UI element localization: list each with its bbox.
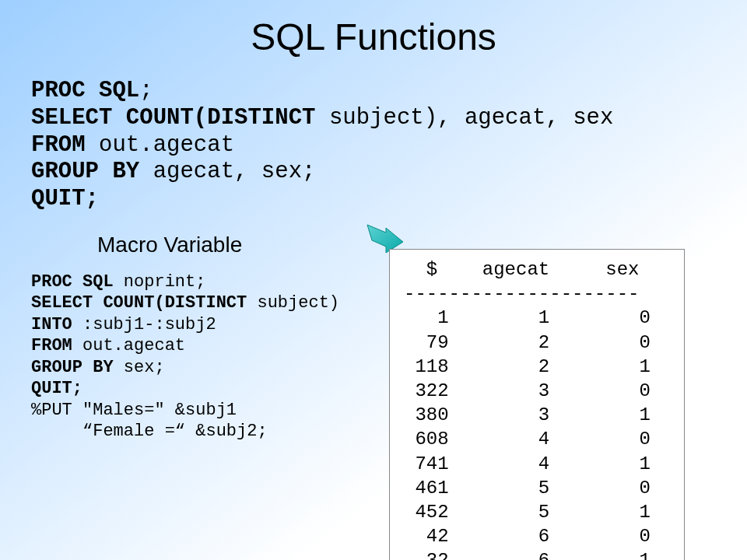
code-text: out.agecat [99, 132, 234, 158]
code-keyword: QUIT; [31, 186, 99, 212]
output-row: 118 2 1 [404, 355, 670, 379]
code-keyword: FROM [31, 132, 99, 158]
code-text: subject), agecat, sex [329, 105, 613, 131]
page-title: SQL Functions [0, 16, 747, 58]
code-text: agecat, sex; [153, 159, 316, 184]
code-text: :subj1-:subj2 [82, 315, 216, 334]
code-keyword: GROUP BY [31, 159, 153, 184]
output-row: 42 6 0 [404, 524, 670, 548]
code-text: ; [139, 78, 153, 103]
output-panel: $ agecat sex --------------------- 1 1 0… [389, 249, 685, 560]
output-row: 380 3 1 [404, 403, 670, 427]
output-row: 1 1 0 [404, 306, 670, 330]
code-text: noprint; [124, 272, 206, 292]
code-text: “Female =“ &subj2; [31, 422, 268, 441]
output-row: 32 6 1 [404, 548, 670, 560]
output-row: 322 3 0 [404, 379, 670, 403]
output-header: $ agecat sex [404, 257, 670, 282]
output-divider: --------------------- [404, 282, 670, 306]
code-keyword: QUIT; [31, 379, 82, 398]
code-line: SELECT COUNT(DISTINCT subject), agecat, … [31, 105, 747, 132]
code-keyword: GROUP BY [31, 358, 124, 377]
code-keyword: SELECT COUNT(DISTINCT [31, 293, 257, 313]
code-text: out.agecat [82, 336, 185, 355]
code-line: PROC SQL; [31, 78, 747, 105]
code-keyword: FROM [31, 336, 82, 355]
output-row: 79 2 0 [404, 331, 670, 355]
output-row: 741 4 1 [404, 452, 670, 476]
code-keyword: INTO [31, 315, 82, 334]
code-text: %PUT "Males=" &subj1 [31, 401, 237, 420]
output-row: 461 5 0 [404, 476, 670, 500]
code-line: FROM out.agecat [31, 132, 747, 159]
code-text: subject) [257, 293, 339, 313]
code-keyword: PROC SQL [31, 272, 124, 292]
output-row: 452 5 1 [404, 500, 670, 524]
code-text: sex; [124, 358, 165, 377]
code-keyword: PROC SQL [31, 78, 139, 103]
code-line: QUIT; [31, 186, 747, 213]
code-line: GROUP BY agecat, sex; [31, 159, 747, 186]
code-keyword: SELECT COUNT(DISTINCT [31, 105, 329, 131]
output-row: 608 4 0 [404, 427, 670, 451]
code-block-1: PROC SQL; SELECT COUNT(DISTINCT subject)… [31, 78, 747, 213]
